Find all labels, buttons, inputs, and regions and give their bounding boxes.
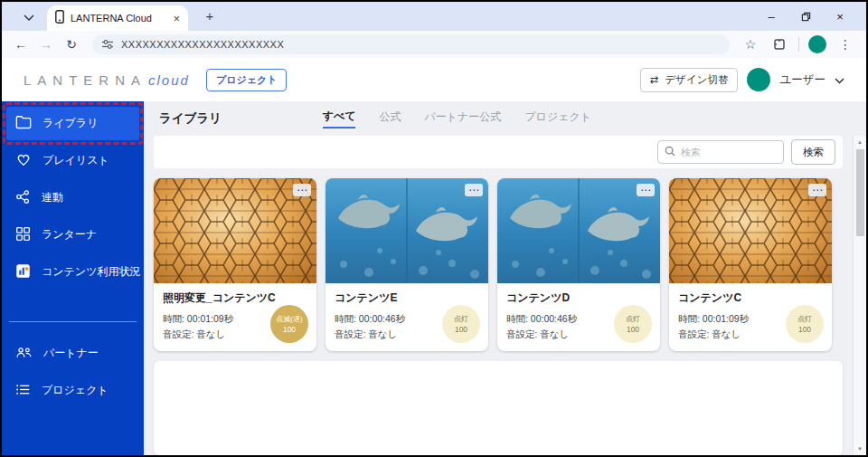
card-thumbnail-pattern[interactable]: ⋯	[154, 178, 316, 283]
scrollbar[interactable]: ▲ ▼	[853, 136, 866, 455]
search-panel: 検索	[154, 136, 843, 168]
minimize-button[interactable]: –	[754, 2, 788, 31]
tab-favicon-phone-icon	[55, 10, 64, 27]
status-badge: 点灯 100	[442, 305, 480, 343]
badge-value: 100	[283, 325, 296, 334]
user-chevron-down-icon[interactable]	[835, 71, 844, 88]
card-menu-icon[interactable]: ⋯	[637, 184, 655, 196]
browser-window: LANTERNA Cloud × + – × ← → ↻ XXXXXXXXXXX…	[0, 0, 868, 457]
app-body: ライブラリ プレイリスト 連動	[2, 101, 866, 455]
browser-tabstrip: LANTERNA Cloud × + – ×	[2, 2, 866, 31]
back-icon[interactable]: ←	[11, 34, 31, 54]
content-card[interactable]: ⋯ コンテンツE 時間: 00:00:46秒 音設定: 音なし 点灯 100	[326, 178, 488, 351]
sidebar-item-lanterna[interactable]: ランターナ	[2, 218, 144, 252]
sidebar-item-label: コンテンツ利用状況	[42, 264, 140, 280]
browser-tab[interactable]: LANTERNA Cloud ×	[47, 5, 188, 31]
sidebar-item-partner[interactable]: パートナー	[2, 337, 144, 370]
toolbar-right: ☆ ⋮	[741, 34, 857, 54]
card-info: コンテンツD 時間: 00:00:46秒 音設定: 音なし 点灯 100	[497, 283, 660, 351]
sidebar-item-link[interactable]: 連動	[2, 181, 144, 214]
swap-icon: ⇄	[650, 73, 659, 86]
tab-search-chevron-icon[interactable]	[22, 10, 36, 24]
tab-official[interactable]: 公式	[379, 109, 401, 128]
scrollbar-thumb[interactable]	[856, 149, 864, 236]
scroll-down-icon[interactable]: ▼	[854, 443, 866, 455]
card-thumbnail-dolphins[interactable]: ⋯	[497, 178, 660, 283]
badge-value: 100	[627, 325, 639, 334]
toolbar-divider	[798, 37, 799, 52]
design-switch-label: デザイン切替	[665, 73, 728, 87]
sidebar-item-label: 連動	[42, 190, 63, 205]
app-root: LANTERNA cloud プロジェクト ⇄ デザイン切替 ユーザー	[2, 58, 866, 455]
badge-mode: 点滅(遅)	[276, 314, 302, 324]
window-controls: – ×	[754, 2, 857, 31]
badge-value: 100	[798, 325, 811, 334]
card-info: 照明変更_コンテンツC 時間: 00:01:09秒 音設定: 音なし 点滅(遅)…	[154, 283, 316, 351]
content-card[interactable]: ⋯ 照明変更_コンテンツC 時間: 00:01:09秒 音設定: 音なし 点滅(…	[154, 178, 316, 351]
profile-avatar[interactable]	[808, 35, 826, 53]
status-badge: 点滅(遅) 100	[270, 305, 308, 343]
card-thumbnail-dolphins[interactable]: ⋯	[326, 178, 488, 283]
forward-icon[interactable]: →	[36, 34, 56, 54]
bookmark-star-icon[interactable]: ☆	[741, 34, 760, 54]
user-menu-label[interactable]: ユーザー	[779, 72, 826, 88]
search-input[interactable]	[681, 147, 777, 157]
app-header: LANTERNA cloud プロジェクト ⇄ デザイン切替 ユーザー	[2, 58, 866, 101]
folder-icon	[15, 115, 32, 132]
sidebar-item-label: プロジェクト	[42, 383, 108, 398]
restore-button[interactable]	[788, 2, 823, 31]
sidebar-spacer	[2, 292, 144, 307]
reload-icon[interactable]: ↻	[61, 34, 81, 54]
card-title: コンテンツC	[678, 290, 823, 306]
card-thumbnail-pattern[interactable]: ⋯	[669, 178, 832, 283]
sidebar-item-label: ライブラリ	[42, 116, 98, 131]
card-info: コンテンツE 時間: 00:00:46秒 音設定: 音なし 点灯 100	[326, 283, 488, 351]
library-tabs: すべて 公式 パートナー公式 プロジェクト	[299, 109, 591, 129]
content-card[interactable]: ⋯ コンテンツC 時間: 00:01:09秒 音設定: 音なし 点灯 100	[669, 178, 832, 351]
search-icon	[665, 144, 675, 160]
card-menu-icon[interactable]: ⋯	[808, 184, 826, 196]
card-menu-icon[interactable]: ⋯	[465, 184, 483, 196]
url-text: XXXXXXXXXXXXXXXXXXXXXXX	[121, 39, 284, 50]
project-button[interactable]: プロジェクト	[206, 69, 288, 91]
sidebar-divider	[9, 321, 137, 322]
people-icon	[15, 346, 33, 362]
tab-project[interactable]: プロジェクト	[524, 109, 591, 128]
badge-mode: 点灯	[797, 314, 812, 324]
sidebar-item-label: プレイリスト	[42, 153, 109, 168]
badge-value: 100	[455, 325, 467, 334]
card-title: 照明変更_コンテンツC	[163, 290, 307, 306]
design-switch-button[interactable]: ⇄ デザイン切替	[640, 68, 739, 92]
sidebar-item-library[interactable]: ライブラリ	[6, 107, 139, 140]
new-tab-button[interactable]: +	[201, 7, 219, 25]
card-title: コンテンツD	[506, 290, 651, 306]
user-avatar[interactable]	[747, 68, 770, 91]
card-menu-icon[interactable]: ⋯	[293, 184, 311, 196]
browser-menu-kebab-icon[interactable]: ⋮	[835, 34, 855, 54]
header-right: ⇄ デザイン切替 ユーザー	[640, 68, 844, 92]
tab-partner-official[interactable]: パートナー公式	[424, 109, 501, 128]
sidebar-item-project[interactable]: プロジェクト	[2, 374, 144, 407]
browser-toolbar: ← → ↻ XXXXXXXXXXXXXXXXXXXXXXX ☆ ⋮	[2, 31, 866, 58]
card-title: コンテンツE	[335, 290, 479, 306]
tab-all[interactable]: すべて	[323, 109, 356, 129]
tab-close-icon[interactable]: ×	[173, 13, 180, 24]
address-bar[interactable]: XXXXXXXXXXXXXXXXXXXXXXX	[92, 34, 730, 54]
content-card[interactable]: ⋯ コンテンツD 時間: 00:00:46秒 音設定: 音なし 点灯 100	[497, 178, 660, 351]
sidebar-item-content-usage[interactable]: コンテンツ利用状況	[2, 255, 144, 289]
badge-mode: 点灯	[626, 314, 640, 324]
sidebar-item-playlist[interactable]: プレイリスト	[2, 144, 144, 177]
extensions-icon[interactable]	[769, 34, 789, 54]
grid-icon	[15, 226, 31, 244]
search-box[interactable]	[657, 140, 784, 164]
sidebar: ライブラリ プレイリスト 連動	[2, 101, 144, 455]
badge-mode: 点灯	[454, 314, 468, 324]
heart-icon	[15, 152, 32, 169]
search-button[interactable]: 検索	[791, 139, 835, 165]
content-list-panel	[154, 361, 843, 455]
status-badge: 点灯 100	[614, 305, 652, 343]
scroll-up-icon[interactable]: ▲	[854, 136, 866, 148]
close-window-button[interactable]: ×	[823, 2, 857, 31]
card-grid: ⋯ 照明変更_コンテンツC 時間: 00:01:09秒 音設定: 音なし 点滅(…	[154, 178, 866, 351]
site-settings-tune-icon[interactable]	[102, 39, 113, 50]
